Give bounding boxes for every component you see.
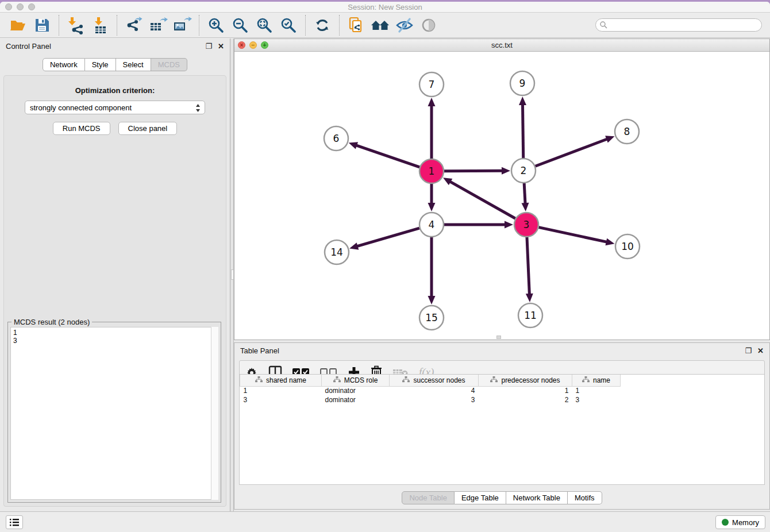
network-canvas[interactable]: 7968124314101511 — [234, 52, 769, 340]
column-sort-icon — [582, 376, 590, 384]
save-session-icon[interactable] — [32, 16, 52, 35]
zoom-out-icon[interactable] — [230, 16, 250, 35]
edge-arrow-1-6 — [349, 142, 358, 149]
edge-4-14[interactable] — [357, 228, 419, 246]
column-header-MCDS-role[interactable]: MCDS role — [322, 375, 390, 386]
table-cell[interactable]: 1 — [479, 386, 572, 395]
float-table-panel-icon[interactable]: ❐ — [745, 347, 752, 354]
edge-1-6[interactable] — [356, 145, 419, 167]
import-table-icon[interactable] — [90, 16, 110, 35]
canvas-scroll-grip[interactable] — [496, 336, 501, 339]
optimization-criterion-value: strongly connected component — [30, 103, 132, 112]
table-row[interactable]: 3dominator323 — [240, 395, 621, 404]
panel-splitter[interactable] — [230, 38, 234, 511]
export-network-icon[interactable] — [124, 16, 144, 35]
refresh-icon[interactable] — [313, 16, 332, 35]
show-graphics-details-icon[interactable] — [419, 16, 438, 35]
table-tab-node-table[interactable]: Node Table — [402, 491, 455, 504]
import-network-icon[interactable] — [66, 16, 86, 35]
tab-style[interactable]: Style — [85, 58, 116, 71]
close-panel-button[interactable]: Close panel — [118, 122, 178, 135]
table-cell[interactable]: 4 — [390, 386, 479, 395]
result-scrollbar[interactable] — [211, 327, 218, 500]
network-window: × − + scc.txt 7968124314101511 — [234, 38, 770, 340]
edge-arrow-2-9 — [519, 97, 526, 105]
column-header-predecessor-nodes[interactable]: predecessor nodes — [479, 375, 572, 386]
run-mcds-button[interactable]: Run MCDS — [53, 122, 110, 135]
table-cell[interactable]: 3 — [390, 395, 479, 404]
table-cell[interactable]: 2 — [479, 395, 572, 404]
zoom-in-icon[interactable] — [206, 16, 226, 35]
control-panel-tabs: NetworkStyleSelectMCDS — [0, 58, 230, 71]
edge-2-3[interactable] — [524, 183, 525, 204]
graph-node-label-4: 4 — [429, 219, 435, 230]
export-image-icon[interactable] — [172, 16, 192, 35]
main-area: Control Panel ❐ ✕ NetworkStyleSelectMCDS… — [0, 38, 770, 511]
column-sort-icon — [490, 376, 498, 384]
network-graph[interactable]: 7968124314101511 — [234, 52, 769, 340]
zoom-selected-icon[interactable] — [279, 16, 298, 35]
copy-network-icon[interactable] — [346, 16, 366, 35]
control-panel-title: Control Panel — [6, 42, 51, 51]
tab-select[interactable]: Select — [116, 58, 151, 71]
table-cell[interactable]: dominator — [322, 395, 390, 404]
column-header-shared-name[interactable]: shared name — [240, 375, 322, 386]
network-window-title: scc.txt — [234, 41, 769, 49]
edge-2-9[interactable] — [522, 104, 523, 158]
mcds-result-title: MCDS result (2 nodes) — [11, 318, 92, 326]
table-tab-edge-table[interactable]: Edge Table — [455, 491, 506, 504]
memory-status-icon — [722, 519, 729, 526]
edge-arrow-1-4 — [428, 203, 436, 211]
network-window-titlebar: × − + scc.txt — [234, 39, 769, 52]
home-neighbors-icon[interactable] — [371, 16, 390, 35]
task-history-button[interactable] — [6, 515, 23, 529]
table-tab-network-table[interactable]: Network Table — [506, 491, 568, 504]
graph-node-label-10: 10 — [621, 241, 634, 252]
tab-mcds[interactable]: MCDS — [151, 58, 187, 71]
edge-arrow-2-8 — [605, 136, 614, 142]
export-table-icon[interactable] — [148, 16, 168, 35]
edge-3-1[interactable] — [449, 182, 515, 219]
graph-node-label-14: 14 — [330, 246, 343, 258]
tab-network[interactable]: Network — [43, 58, 85, 71]
edge-arrow-4-15 — [428, 296, 436, 304]
mcds-result-text[interactable]: 1 3 — [10, 327, 218, 500]
float-panel-icon[interactable]: ❐ — [205, 43, 212, 50]
table-tabs: Node TableEdge TableNetwork TableMotifs — [234, 491, 769, 504]
memory-label: Memory — [732, 518, 759, 527]
table-cell[interactable]: dominator — [322, 386, 390, 395]
column-header-name[interactable]: name — [572, 375, 621, 386]
edge-3-10[interactable] — [539, 228, 607, 242]
edge-2-8[interactable] — [536, 139, 608, 167]
memory-button[interactable]: Memory — [715, 515, 765, 529]
table-cell[interactable]: 1 — [572, 386, 621, 395]
graph-node-label-7: 7 — [429, 79, 435, 90]
optimization-criterion-label: Optimization criterion: — [4, 86, 226, 95]
table-tab-motifs[interactable]: Motifs — [568, 491, 602, 504]
column-header-successor-nodes[interactable]: successor nodes — [390, 375, 479, 386]
titlebar: Session: New Session — [0, 2, 770, 13]
global-search-input[interactable] — [595, 18, 762, 32]
close-panel-icon[interactable]: ✕ — [218, 43, 224, 50]
edge-arrow-2-3 — [521, 203, 529, 211]
graph-node-label-6: 6 — [333, 133, 340, 144]
hide-selected-icon[interactable] — [395, 16, 414, 35]
open-session-icon[interactable] — [8, 16, 28, 35]
close-table-panel-icon[interactable]: ✕ — [757, 347, 764, 354]
toolbar-separator — [305, 15, 306, 36]
main-toolbar — [0, 13, 770, 38]
zoom-fit-icon[interactable] — [255, 16, 274, 35]
optimization-criterion-select[interactable]: strongly connected component — [25, 101, 205, 114]
edge-3-11[interactable] — [527, 237, 529, 295]
table-cell[interactable]: 3 — [240, 395, 322, 404]
table-cell[interactable]: 1 — [240, 386, 322, 395]
table-row[interactable]: 1dominator411 — [240, 386, 621, 395]
edge-arrow-3-11 — [526, 294, 533, 302]
table-cell[interactable]: 3 — [572, 395, 621, 404]
edge-arrow-4-3 — [505, 221, 513, 229]
edge-1-2[interactable] — [444, 171, 503, 171]
column-sort-icon — [255, 376, 263, 384]
toolbar-separator — [339, 15, 340, 36]
graph-node-label-3: 3 — [523, 219, 530, 230]
toolbar-separator — [117, 15, 117, 36]
